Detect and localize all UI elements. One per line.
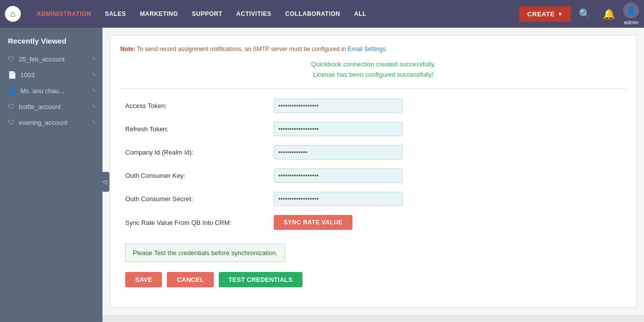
sidebar-item-bottle[interactable]: 🛡 bottle_account ✎ — [0, 99, 102, 114]
footer: © Supercharged by SuiteCRM © Powered By … — [102, 315, 644, 322]
sync-rate-label: Sync Rate Value From QB Into CRM: — [125, 219, 274, 226]
main-content: Note: To send record assignment notifica… — [102, 28, 644, 322]
nav-collaboration[interactable]: COLLABORATION — [278, 10, 347, 17]
sidebar-item-1003[interactable]: 📄 1003 ✎ — [0, 67, 102, 83]
main-nav: ADMINISTRATION SALES MARKETING SUPPORT A… — [30, 10, 519, 17]
consumer-secret-label: Outh Consumer Secret: — [125, 195, 274, 203]
edit-icon[interactable]: ✎ — [92, 87, 97, 94]
access-token-label: Access Token: — [125, 102, 274, 109]
access-token-input[interactable] — [274, 99, 402, 113]
edit-icon[interactable]: ✎ — [92, 55, 97, 62]
doc-icon: 📄 — [8, 71, 16, 79]
nav-support[interactable]: SUPPORT — [185, 10, 230, 17]
sidebar-toggle[interactable]: ◁ — [99, 172, 109, 192]
page-layout: Recently Viewed 🛡 25_feb_account ✎ 📄 100… — [0, 28, 644, 322]
note-prefix: Note: — [120, 46, 136, 53]
consumer-key-label: Outh Consumer Key: — [125, 172, 274, 179]
nav-activities[interactable]: ACTIVITIES — [229, 10, 278, 17]
email-settings-link[interactable]: Email Settings — [347, 46, 386, 53]
test-credentials-button[interactable]: TEST CREDENTIALS — [219, 272, 302, 287]
consumer-key-row: Outh Consumer Key: — [120, 168, 626, 183]
admin-label: admin — [624, 19, 639, 25]
sidebar-item-anu[interactable]: 👤 Ms. anu chau... ✎ — [0, 83, 102, 99]
sidebar-item-25feb[interactable]: 🛡 25_feb_account ✎ — [0, 51, 102, 67]
shield-icon: 🛡 — [8, 118, 15, 126]
company-id-label: Company Id (Realm Id): — [125, 149, 274, 156]
consumer-secret-row: Outh Consumer Secret: — [120, 192, 626, 206]
topbar-right: CREATE ▼ 🔍 🔔 👤 admin — [519, 2, 639, 25]
shield-icon: 🛡 — [8, 55, 15, 63]
success-message-2: License has been configured successfully… — [120, 71, 626, 78]
save-button[interactable]: SAVE — [125, 272, 162, 287]
sidebar-title: Recently Viewed — [0, 28, 102, 51]
nav-all[interactable]: ALL — [347, 10, 373, 17]
create-label: CREATE — [527, 10, 554, 18]
admin-menu[interactable]: 👤 admin — [623, 2, 639, 25]
sidebar-item-label: Ms. anu chau... — [20, 87, 64, 95]
consumer-key-input[interactable] — [274, 168, 402, 183]
nav-marketing[interactable]: MARKETING — [133, 10, 185, 17]
consumer-secret-input[interactable] — [274, 192, 402, 206]
cancel-button[interactable]: CANCEL — [167, 272, 213, 287]
topbar: ⌂ ADMINISTRATION SALES MARKETING SUPPORT… — [0, 0, 644, 28]
avatar: 👤 — [623, 2, 639, 18]
sync-rate-row: Sync Rate Value From QB Into CRM: SYNC R… — [120, 215, 626, 230]
bell-icon: 🔔 — [603, 8, 615, 20]
logo-area[interactable]: ⌂ — [5, 6, 25, 22]
search-button[interactable]: 🔍 — [575, 6, 595, 22]
content-area: Note: To send record assignment notifica… — [110, 35, 637, 308]
note-text: To send record assignment notifications,… — [137, 46, 347, 53]
notifications-button[interactable]: 🔔 — [599, 6, 619, 22]
edit-icon[interactable]: ✎ — [92, 103, 97, 110]
search-icon: 🔍 — [579, 8, 591, 20]
sidebar-item-label: 1003 — [20, 71, 35, 79]
sidebar-item-evening[interactable]: 🛡 evening_account ✎ — [0, 114, 102, 130]
nav-sales[interactable]: SALES — [98, 10, 133, 17]
form-section: Access Token: Refresh Token: Company Id … — [120, 88, 626, 287]
action-buttons: SAVE CANCEL TEST CREDENTIALS — [120, 272, 626, 287]
credentials-note: Please Test the credentials before synch… — [125, 244, 285, 262]
sidebar-item-label: evening_account — [19, 119, 67, 126]
refresh-token-input[interactable] — [274, 122, 402, 136]
company-id-input[interactable] — [274, 145, 402, 160]
success-message-1: Quickbook connection created successfull… — [120, 60, 626, 68]
sidebar-item-label: 25_feb_account — [19, 55, 65, 63]
nav-administration[interactable]: ADMINISTRATION — [30, 10, 98, 17]
sidebar: Recently Viewed 🛡 25_feb_account ✎ 📄 100… — [0, 28, 102, 322]
chevron-down-icon: ▼ — [558, 11, 563, 17]
edit-icon[interactable]: ✎ — [92, 71, 97, 78]
note-bar: Note: To send record assignment notifica… — [120, 46, 626, 53]
sync-rate-button[interactable]: SYNC RATE VALUE — [274, 215, 352, 230]
refresh-token-label: Refresh Token: — [125, 125, 274, 133]
edit-icon[interactable]: ✎ — [92, 119, 97, 126]
refresh-token-row: Refresh Token: — [120, 122, 626, 136]
shield-icon: 🛡 — [8, 103, 15, 110]
company-id-row: Company Id (Realm Id): — [120, 145, 626, 160]
person-icon: 👤 — [8, 87, 16, 95]
home-icon[interactable]: ⌂ — [5, 6, 21, 22]
access-token-row: Access Token: — [120, 99, 626, 113]
sidebar-item-label: bottle_account — [19, 103, 61, 110]
create-button[interactable]: CREATE ▼ — [519, 6, 571, 22]
